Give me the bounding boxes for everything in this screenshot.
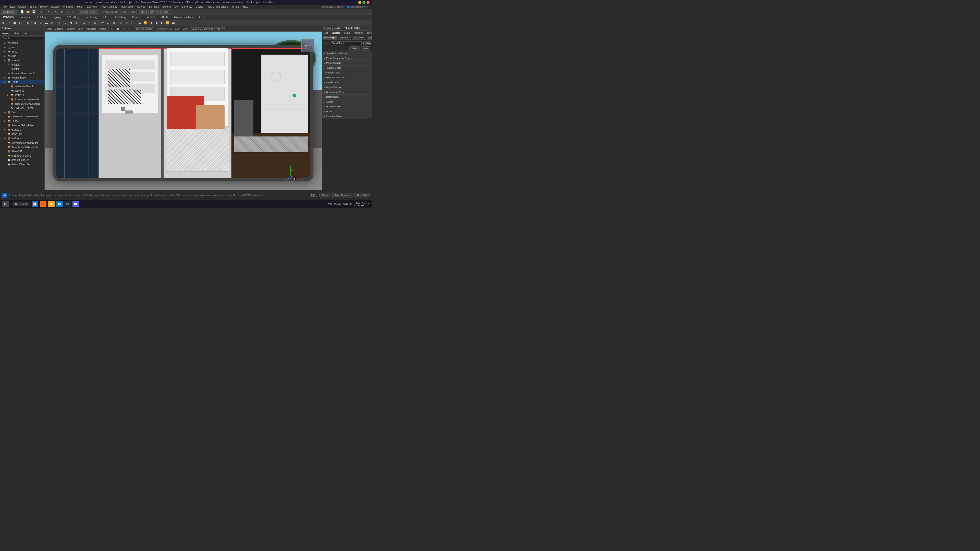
node-tab-glassshape[interactable]: GlassShape xyxy=(323,36,337,40)
menu-deform[interactable]: Deform xyxy=(161,5,172,8)
menu-surfaces[interactable]: Surfaces xyxy=(147,5,160,8)
outliner-item-adnrlight[interactable]: 💡 adnrLight1 xyxy=(0,132,45,136)
menu-curves[interactable]: Curves xyxy=(135,5,147,8)
node-tab-polybevel[interactable]: polyBevel1 xyxy=(338,36,352,40)
outliner-item-env-light[interactable]: 💡 EnvironmentAmbientLight xyxy=(0,141,45,145)
poly-plane-icon[interactable]: ▭ xyxy=(49,21,55,25)
outliner-item-camera1[interactable]: 📷 camera1 xyxy=(0,89,45,93)
mirror-icon[interactable]: ⇌ xyxy=(100,21,105,25)
close-button[interactable] xyxy=(366,1,369,4)
taskbar-search[interactable]: 🔍 Search xyxy=(12,202,30,206)
lasso-icon[interactable]: ⚬ xyxy=(6,21,12,25)
sculpt-icon[interactable]: ◐ xyxy=(18,21,23,25)
view-cube[interactable]: BACK xyxy=(301,39,314,52)
menu-windows[interactable]: Windows xyxy=(62,5,75,8)
attribute-editor-tab[interactable]: Attribute Editor xyxy=(342,26,362,30)
node-tab-polytweak[interactable]: polyTweak2 xyxy=(352,36,366,40)
outliner-item-kitchen[interactable]: 📦 KitchenFBXASC032wethFBX... xyxy=(0,114,45,119)
menu-flow-graph[interactable]: Flow Graph Engine xyxy=(205,5,230,8)
ae-focus-tab[interactable]: Focus xyxy=(343,32,352,35)
step-back-icon[interactable]: ⏪ xyxy=(143,21,148,25)
modeling-toolkit-tab[interactable]: Modeling Toolkit xyxy=(322,27,342,30)
poly-cube-icon[interactable]: ■ xyxy=(33,21,38,25)
outliner-item-plane001[interactable]: 📦 Plane001 xyxy=(0,149,45,154)
minimize-button[interactable] xyxy=(358,1,361,4)
outliner-item-skydome[interactable]: 💡 aiSkyDomeLight1 xyxy=(0,154,45,158)
start-button[interactable]: ⊞ xyxy=(2,201,9,207)
outliner-item-materialxstack[interactable]: 📦 materialXStack1 xyxy=(0,84,45,89)
wireframe-icon[interactable]: ⬡ xyxy=(110,26,115,32)
section-mesh-component-header[interactable]: ▶ Mesh Component Display xyxy=(322,56,372,60)
ae-selected-tab[interactable]: Selected xyxy=(330,32,342,35)
section-object-display-header[interactable]: ▶ Object Display xyxy=(322,85,372,89)
ae-attributes-tab[interactable]: Attributes xyxy=(353,32,365,35)
bridge-icon[interactable]: ⬔ xyxy=(68,21,73,25)
section-uuid-header[interactable]: ▶ UUID xyxy=(322,109,372,114)
smooth-shade-icon[interactable]: ◼ xyxy=(115,26,121,32)
extrude-icon[interactable]: ⤵ xyxy=(57,21,62,25)
vp-panels-btn[interactable]: Panels xyxy=(98,27,107,30)
outliner-item-ground[interactable]: ▶ 📦 Ground xyxy=(0,58,45,62)
save-scene-icon[interactable]: 💾 xyxy=(32,10,37,14)
section-tangent-space-header[interactable]: ▶ Tangent Space xyxy=(322,65,372,70)
step-fwd-icon[interactable]: ⏩ xyxy=(165,21,170,25)
bevel-icon[interactable]: ⬧ xyxy=(62,21,68,25)
scale-tool-icon[interactable]: ⤢ xyxy=(71,10,76,14)
soft-select-icon[interactable]: ◉ xyxy=(25,21,30,25)
vp-show-btn[interactable]: Show xyxy=(76,27,85,30)
hide-btn[interactable]: Hide xyxy=(361,46,370,51)
taskbar-app-files[interactable]: 📁 xyxy=(48,201,55,207)
undo-icon[interactable]: ↩ xyxy=(39,10,45,14)
select-icon[interactable]: ▶ xyxy=(1,21,6,25)
section-node-behavior-header[interactable]: ▶ Node Behavior xyxy=(322,104,372,109)
smooth-icon[interactable]: ≋ xyxy=(118,21,124,25)
select-bottom-btn[interactable]: Select xyxy=(319,193,331,197)
shelf-tab-sculpting[interactable]: Sculpting xyxy=(34,15,48,19)
outliner-item-boltlock[interactable]: 🔩 BoltLock_Right1 xyxy=(0,106,45,110)
shelf-tab-fx-caching[interactable]: FX Caching xyxy=(111,15,128,19)
combine-icon[interactable]: ⊞ xyxy=(105,21,110,25)
separate-icon[interactable]: ⊠ xyxy=(111,21,116,25)
menu-mesh[interactable]: Mesh xyxy=(76,5,85,8)
play-icon[interactable]: ▶ xyxy=(159,21,165,25)
viewport[interactable]: View Shading Lighting Show Renderer Pane… xyxy=(45,26,322,198)
taskbar-app-steam[interactable]: 🎮 xyxy=(64,201,71,207)
outliner-item-group10[interactable]: ▶ 📦 group10 xyxy=(0,93,45,97)
section-extra-attributes-header[interactable]: ▶ Extra Attributes xyxy=(322,114,372,119)
outliner-item-distance[interactable]: ↔ distanceDimension2 xyxy=(0,71,45,76)
outliner-item-coffee-table[interactable]: 📦 Esme_Coffee_Table_with_2... xyxy=(0,145,45,149)
menu-file[interactable]: File xyxy=(1,5,8,8)
target-weld-icon[interactable]: ⊛ xyxy=(92,21,97,25)
menu-modify[interactable]: Modify xyxy=(38,5,49,8)
quadrangulate-icon[interactable]: □ xyxy=(130,21,135,25)
section-component-tags-header[interactable]: ▶ Component Tags xyxy=(322,90,372,94)
focus-btn[interactable]: Focus xyxy=(366,41,372,45)
taskbar-app-browser[interactable]: 🦊 xyxy=(40,201,46,207)
node-tab-polycube[interactable]: polyCube2 xyxy=(367,36,372,40)
shelf-tab-motion-graphics[interactable]: Motion Graphics xyxy=(172,15,195,19)
ae-display-tab[interactable]: Display xyxy=(366,32,372,35)
ae-list-tab[interactable]: List xyxy=(323,32,329,35)
menu-arnold[interactable]: Arnold xyxy=(231,5,241,8)
menu-mesh-display[interactable]: Mesh Display xyxy=(100,5,119,8)
menu-help[interactable]: Help xyxy=(242,5,250,8)
shelf-tab-surfaces[interactable]: Surfaces xyxy=(18,15,32,19)
stop-icon[interactable]: ⏹ xyxy=(154,21,159,25)
menu-edit-mesh[interactable]: Edit Mesh xyxy=(85,5,100,8)
shelf-tab-polygons[interactable]: Polygons xyxy=(1,15,16,19)
outliner-item-top[interactable]: ▶ 📷 top xyxy=(0,45,45,49)
loop-cut-icon[interactable]: ⊟ xyxy=(81,21,86,25)
menu-select[interactable]: Select xyxy=(28,5,38,8)
outliner-search-input[interactable] xyxy=(1,36,43,40)
section-arnold-header[interactable]: ▶ Arnold xyxy=(322,100,372,104)
vp-shading-btn[interactable]: Shading xyxy=(54,27,65,30)
section-mesh-controls-header[interactable]: ▶ Mesh Controls xyxy=(322,61,372,65)
new-scene-icon[interactable]: 📄 xyxy=(20,10,25,14)
textured-icon[interactable]: ⬛ xyxy=(121,26,126,32)
outliner-item-persp[interactable]: ▶ 📷 persp xyxy=(0,41,45,45)
workspace-dropdown[interactable]: Modeling ▾ xyxy=(1,10,17,14)
go-start-icon[interactable]: ⏮ xyxy=(137,21,142,25)
outliner-item-house-base[interactable]: ▶ 📦 House_base xyxy=(0,76,45,80)
menu-generate[interactable]: Generate xyxy=(180,5,194,8)
menu-create[interactable]: Create xyxy=(17,5,27,8)
